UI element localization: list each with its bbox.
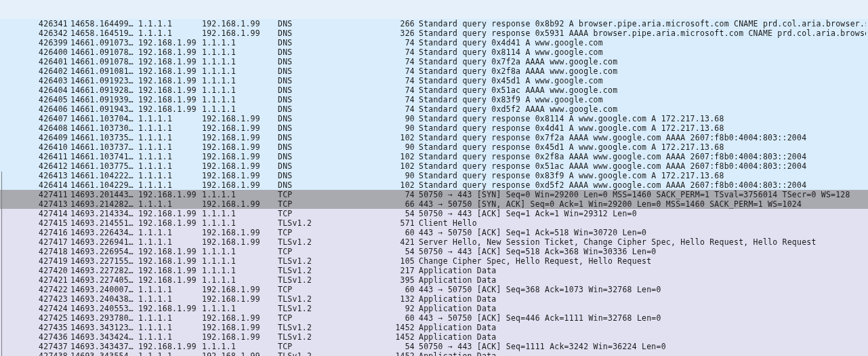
col-info: 50750 → 443 [ACK] Seq=518 Ack=368 Win=30… <box>419 247 866 256</box>
col-proto: TCP <box>278 285 385 294</box>
col-info: 443 → 50750 [ACK] Seq=446 Ack=1111 Win=3… <box>419 313 866 323</box>
col-dst: 1.1.1.1 <box>202 85 278 95</box>
packet-row[interactable]: 42743814693.343554…1.1.1.1192.168.1.99TL… <box>0 351 868 356</box>
packet-row[interactable]: 42742514693.293780…1.1.1.1192.168.1.99TC… <box>0 313 868 323</box>
packet-row[interactable]: 42640114661.091078…192.168.1.991.1.1.1DN… <box>0 57 868 66</box>
packet-row[interactable]: 42743614693.343424…1.1.1.1192.168.1.99TL… <box>0 332 868 342</box>
packet-row[interactable]: 42640614661.091943…192.168.1.991.1.1.1DN… <box>0 104 868 114</box>
col-dst: 1.1.1.1 <box>202 266 278 275</box>
packet-row[interactable]: 42741514693.214551…192.168.1.991.1.1.1TL… <box>0 218 868 228</box>
col-src: 192.168.1.99 <box>138 275 202 285</box>
packet-row[interactable]: 42742214693.240007…1.1.1.1192.168.1.99TC… <box>0 285 868 294</box>
col-time: 14693.214551… <box>70 218 138 228</box>
col-no: 426412 <box>0 161 70 171</box>
col-proto: TLSv1.2 <box>278 256 385 266</box>
col-time: 14658.164499… <box>70 19 138 28</box>
col-dst: 192.168.1.99 <box>202 285 278 294</box>
packet-row[interactable]: 42741714693.226941…1.1.1.1192.168.1.99TL… <box>0 237 868 247</box>
col-dst: 1.1.1.1 <box>202 247 278 256</box>
col-len: 60 <box>385 285 419 294</box>
col-info: 443 → 50750 [SYN, ACK] Seq=0 Ack=1 Win=2… <box>419 199 866 209</box>
col-info: 443 → 50750 [ACK] Seq=368 Ack=1073 Win=3… <box>419 285 866 294</box>
col-proto: TCP <box>278 247 385 256</box>
col-dst: 192.168.1.99 <box>202 180 278 190</box>
col-time: 14693.343437… <box>70 342 138 351</box>
packet-row[interactable]: 42742314693.240438…1.1.1.1192.168.1.99TL… <box>0 294 868 304</box>
packet-row[interactable]: 42640714661.103704…1.1.1.1192.168.1.99DN… <box>0 114 868 123</box>
packet-row[interactable]: 42640414661.091928…192.168.1.991.1.1.1DN… <box>0 85 868 95</box>
col-len: 90 <box>385 114 419 123</box>
packet-row[interactable]: 42741914693.227155…192.168.1.991.1.1.1TL… <box>0 256 868 266</box>
packet-row[interactable]: 42741814693.226954…192.168.1.991.1.1.1TC… <box>0 247 868 256</box>
col-info: Standard query response 0x7f2a AAAA www.… <box>419 133 866 142</box>
packet-row[interactable]: 42742114693.227405…192.168.1.991.1.1.1TL… <box>0 275 868 285</box>
col-time: 14693.343123… <box>70 323 138 332</box>
packet-row[interactable]: 42641414661.104229…1.1.1.1192.168.1.99DN… <box>0 180 868 190</box>
packet-row[interactable]: 42741614693.226434…1.1.1.1192.168.1.99TC… <box>0 228 868 237</box>
col-src: 192.168.1.99 <box>138 76 202 85</box>
col-proto: DNS <box>278 38 385 47</box>
packet-row[interactable]: 42742414693.240553…192.168.1.991.1.1.1TL… <box>0 304 868 313</box>
col-dst: 1.1.1.1 <box>202 38 278 47</box>
col-no: 427418 <box>0 247 70 256</box>
packet-row[interactable]: 42743714693.343437…192.168.1.991.1.1.1TC… <box>0 342 868 351</box>
col-len: 102 <box>385 133 419 142</box>
col-src: 192.168.1.99 <box>138 104 202 114</box>
packet-row[interactable]: 42640214661.091081…192.168.1.991.1.1.1DN… <box>0 66 868 76</box>
packet-row[interactable]: 42641214661.103775…1.1.1.1192.168.1.99DN… <box>0 161 868 171</box>
col-time: 14661.091939… <box>70 95 138 104</box>
col-proto: DNS <box>278 28 385 38</box>
col-info: Standard query response 0x45d1 A www.goo… <box>419 142 866 152</box>
col-info: Application Data <box>419 266 866 275</box>
col-time: 14658.164519… <box>70 28 138 38</box>
packet-row[interactable]: 42639914661.091073…192.168.1.991.1.1.1DN… <box>0 38 868 47</box>
packet-row[interactable]: 42641014661.103737…1.1.1.1192.168.1.99DN… <box>0 142 868 152</box>
col-src: 192.168.1.99 <box>138 57 202 66</box>
packet-row[interactable]: 42640014661.091078…192.168.1.991.1.1.1DN… <box>0 47 868 57</box>
packet-row[interactable]: 42641114661.103741…1.1.1.1192.168.1.99DN… <box>0 152 868 161</box>
col-proto: TLSv1.2 <box>278 218 385 228</box>
col-dst: 192.168.1.99 <box>202 323 278 332</box>
col-info: Standard query 0x2f8a AAAA www.google.co… <box>419 66 866 76</box>
col-no: 426400 <box>0 47 70 57</box>
packet-row[interactable]: 42640914661.103735…1.1.1.1192.168.1.99DN… <box>0 133 868 142</box>
col-info: 50750 → 443 [ACK] Seq=1111 Ack=3242 Win=… <box>419 342 866 351</box>
col-src: 1.1.1.1 <box>138 123 202 133</box>
packet-row[interactable]: 42634214658.164519…1.1.1.1192.168.1.99DN… <box>0 28 868 38</box>
packet-row[interactable]: 42743514693.343123…1.1.1.1192.168.1.99TL… <box>0 323 868 332</box>
col-dst: 192.168.1.99 <box>202 123 278 133</box>
packet-row[interactable]: 42641314661.104222…1.1.1.1192.168.1.99DN… <box>0 171 868 180</box>
col-proto: DNS <box>278 57 385 66</box>
col-info: Server Hello, New Session Ticket, Change… <box>419 237 866 247</box>
col-time: 14661.091923… <box>70 76 138 85</box>
col-src: 1.1.1.1 <box>138 351 202 356</box>
col-info: Change Cipher Spec, Hello Request, Hello… <box>419 256 866 266</box>
col-no: 427413 <box>0 199 70 209</box>
col-len: 74 <box>385 76 419 85</box>
packet-row[interactable]: 42741314693.214282…1.1.1.1192.168.1.99TC… <box>0 199 868 209</box>
col-dst: 1.1.1.1 <box>202 275 278 285</box>
packet-row[interactable]: 42640314661.091923…192.168.1.991.1.1.1DN… <box>0 76 868 85</box>
packet-row[interactable]: 42640814661.103730…1.1.1.1192.168.1.99DN… <box>0 123 868 133</box>
related-packets-indicator <box>1 172 2 356</box>
col-proto: TLSv1.2 <box>278 323 385 332</box>
packet-row[interactable]: 42742014693.227282…192.168.1.991.1.1.1TL… <box>0 266 868 275</box>
packet-row[interactable]: 42741114693.201443…192.168.1.991.1.1.1TC… <box>0 190 868 199</box>
col-dst: 1.1.1.1 <box>202 256 278 266</box>
col-len: 571 <box>385 218 419 228</box>
col-proto: TCP <box>278 342 385 351</box>
col-dst: 192.168.1.99 <box>202 351 278 356</box>
col-info: Standard query response 0x5931 AAAA brow… <box>419 28 866 38</box>
col-proto: DNS <box>278 142 385 152</box>
col-dst: 192.168.1.99 <box>202 237 278 247</box>
packet-row[interactable]: 42741414693.214334…192.168.1.991.1.1.1TC… <box>0 209 868 218</box>
col-src: 1.1.1.1 <box>138 180 202 190</box>
packet-list[interactable]: 42634114658.164499…1.1.1.1192.168.1.99DN… <box>0 0 868 356</box>
col-src: 1.1.1.1 <box>138 294 202 304</box>
packet-row[interactable]: 42634114658.164499…1.1.1.1192.168.1.99DN… <box>0 19 868 28</box>
col-info: Standard query 0x7f2a AAAA www.google.co… <box>419 57 866 66</box>
packet-row[interactable]: 42640514661.091939…192.168.1.991.1.1.1DN… <box>0 95 868 104</box>
col-time: 14693.214282… <box>70 199 138 209</box>
col-time: 14661.103704… <box>70 114 138 123</box>
col-len: 102 <box>385 152 419 161</box>
